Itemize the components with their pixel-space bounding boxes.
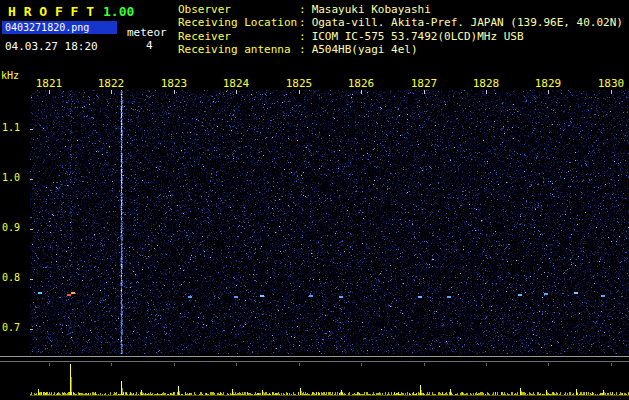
info-label: Receiver (178, 30, 299, 43)
freq-label: 1.0 (2, 172, 26, 183)
app-version: 1.00 (103, 4, 134, 19)
info-value: Masayuki Kobayashi (312, 3, 431, 16)
datetime-label: 04.03.27 18:20 (5, 40, 98, 53)
freq-unit-label: kHz (1, 70, 19, 81)
info-row-observer: Observer:Masayuki Kobayashi (178, 3, 623, 16)
spectrogram-canvas (30, 90, 629, 354)
time-label: 1822 (97, 77, 125, 90)
time-label: 1824 (222, 77, 250, 90)
info-colon: : (299, 3, 306, 16)
level-strip-canvas (0, 363, 629, 398)
meteor-count: 4 (146, 39, 153, 52)
time-label: 1821 (35, 77, 63, 90)
mode-label: meteor (127, 26, 167, 39)
info-row-antenna: Receiving antenna:A504HB(yagi 4el) (178, 43, 623, 56)
station-info: Observer:Masayuki Kobayashi Receiving Lo… (178, 3, 623, 57)
info-label: Receiving antenna (178, 43, 299, 56)
time-label: 1828 (472, 77, 500, 90)
time-label: 1829 (534, 77, 562, 90)
info-label: Receiving Location (178, 16, 299, 29)
time-label: 1823 (160, 77, 188, 90)
info-label: Observer (178, 3, 299, 16)
info-value: ICOM IC-575 53.7492(0LCD)MHz USB (312, 30, 524, 43)
info-value: A504HB(yagi 4el) (312, 43, 418, 56)
freq-label: 0.9 (2, 222, 26, 233)
freq-label: 1.1 (2, 122, 26, 133)
info-row-location: Receiving Location:Ogata-vill. Akita-Pre… (178, 16, 623, 29)
separator-line (0, 356, 629, 357)
info-colon: : (299, 43, 306, 56)
info-row-receiver: Receiver:ICOM IC-575 53.7492(0LCD)MHz US… (178, 30, 623, 43)
info-colon: : (299, 16, 306, 29)
hrofft-window: H R O F F T 1.00 0403271820.png meteor 4… (0, 0, 629, 400)
app-title: H R O F F T (8, 4, 94, 19)
time-label: 1825 (285, 77, 313, 90)
filename-label: 0403271820.png (5, 22, 89, 33)
time-label: 1826 (347, 77, 375, 90)
separator-line (0, 361, 629, 362)
time-label: 1827 (410, 77, 438, 90)
freq-label: 0.8 (2, 272, 26, 283)
time-label: 1830 (597, 77, 625, 90)
filename-box: 0403271820.png (2, 21, 117, 34)
info-colon: : (299, 30, 306, 43)
freq-label: 0.7 (2, 322, 26, 333)
info-value: Ogata-vill. Akita-Pref. JAPAN (139.96E, … (312, 16, 623, 29)
